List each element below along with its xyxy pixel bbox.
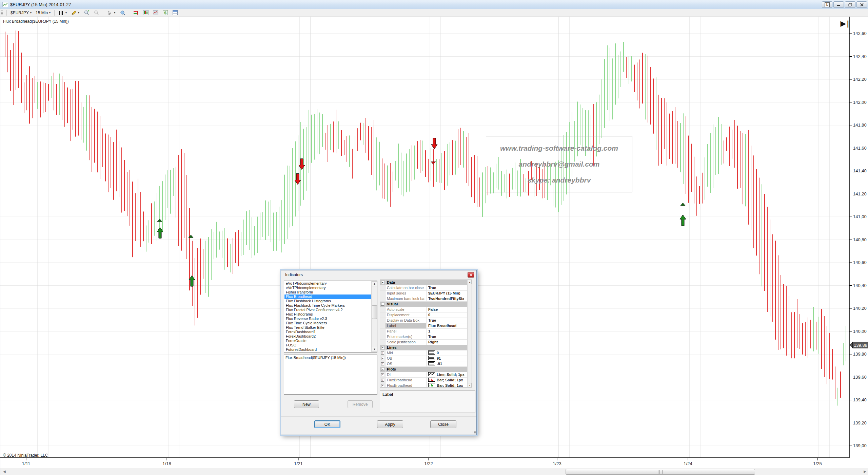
property-value[interactable]: Bar; Solid; 1px	[427, 383, 467, 387]
property-grid[interactable]: −DataCalculate on bar closeTrueInput ser…	[380, 280, 472, 387]
property-value[interactable]: Flux Broadhead	[427, 323, 467, 328]
grid-property-row[interactable]: Panel1	[380, 329, 467, 334]
property-value[interactable]: Line; Solid; 1px	[427, 372, 467, 377]
grid-section-row[interactable]: −Lines	[380, 345, 467, 350]
apply-button[interactable]: Apply	[377, 420, 403, 428]
property-value[interactable]: Bar; Solid; 1px	[427, 378, 467, 383]
mini-chart-button[interactable]	[151, 10, 160, 16]
instrument-selector[interactable]: $EURJPY ▾	[8, 10, 34, 16]
list-scrollbar[interactable]: ▲ ▼	[371, 281, 377, 352]
indicator-list-item[interactable]: ForexOracle	[284, 339, 371, 343]
grid-property-row[interactable]: Display in Data BoxTrue	[380, 318, 467, 323]
close-button[interactable]	[856, 1, 867, 8]
chart-trader-button[interactable]	[131, 10, 141, 16]
indicator-listbox[interactable]: eVoTPhdcomplementaryeVoTPhtcomplementary…	[284, 281, 377, 353]
property-value[interactable]: False	[427, 307, 467, 312]
grid-property-row[interactable]: +OS-91	[380, 361, 467, 367]
grid-property-row[interactable]: +OB91	[380, 356, 467, 361]
property-value[interactable]: Right	[427, 340, 467, 345]
grid-section-row[interactable]: −Plots	[380, 367, 467, 372]
scroll-down-icon[interactable]: ▼	[372, 347, 377, 352]
indicator-list-item[interactable]: Flux Histograms	[284, 312, 371, 317]
scroll-thumb[interactable]	[372, 305, 377, 319]
chart-style-button[interactable]: ▾	[56, 10, 69, 16]
close-button2[interactable]: Close	[430, 420, 456, 428]
scroll-left-icon[interactable]: ◀	[3, 470, 6, 473]
grid-property-row[interactable]: Maximum bars look baTwoHundredFiftySix	[380, 296, 467, 302]
grid-property-row[interactable]: +FluxBroadheadBar; Solid; 1px	[380, 378, 467, 383]
configured-indicators-list[interactable]: Flux Broadhead($EURJPY (15 Min))	[284, 355, 377, 395]
indicator-list-item[interactable]: Flux Reverse Radar v2.3	[284, 317, 371, 321]
account-button[interactable]: $	[160, 10, 170, 16]
grid-property-row[interactable]: LabelFlux Broadhead	[380, 323, 467, 329]
indicator-list-item[interactable]: Flux Flashback Time Cycle Markers	[284, 303, 371, 308]
property-value[interactable]: 91	[427, 356, 467, 361]
drawing-tools-button[interactable]: ▾	[69, 10, 81, 16]
collapse-icon[interactable]: −	[380, 367, 386, 372]
scroll-up-icon[interactable]: ▲	[372, 281, 377, 286]
indicator-list-item[interactable]: FOSC	[284, 343, 371, 347]
title-bar[interactable]: $EURJPY (15 Min) 2014-01-27 L	[0, 0, 868, 9]
grid-section-row[interactable]: −Visual	[380, 302, 467, 307]
interval-selector[interactable]: 15 Min ▾	[34, 10, 53, 16]
toolbar-grip[interactable]	[1, 10, 3, 16]
grid-property-row[interactable]: +FluxBroadheadBar; Solid; 1px	[380, 383, 467, 387]
property-value[interactable]: 0	[427, 350, 467, 356]
grid-property-row[interactable]: Displacement0	[380, 312, 467, 318]
expand-icon[interactable]: +	[380, 383, 386, 387]
expand-icon[interactable]: +	[380, 372, 386, 377]
property-value[interactable]: 1	[427, 329, 467, 334]
market-analyzer-button[interactable]	[170, 10, 180, 16]
new-button[interactable]: New	[294, 400, 319, 408]
property-value[interactable]: 0	[427, 312, 467, 318]
dialog-close-button[interactable]	[468, 272, 474, 278]
grid-property-row[interactable]: Input series$EURJPY (15 Min)	[380, 291, 467, 296]
property-value[interactable]: TwoHundredFiftySix	[427, 296, 467, 301]
resize-grip[interactable]	[472, 431, 476, 434]
configured-indicator-item[interactable]: Flux Broadhead($EURJPY (15 Min))	[285, 356, 376, 360]
indicator-list-item[interactable]: FuturesDashboard	[284, 347, 371, 352]
expand-icon[interactable]: +	[380, 361, 386, 366]
collapse-icon[interactable]: −	[380, 345, 386, 350]
zoom-out-button[interactable]	[91, 10, 101, 16]
grid-property-row[interactable]: Calculate on bar closeTrue	[380, 285, 467, 291]
indicator-list-item[interactable]: FisherTransform	[284, 290, 371, 294]
property-value[interactable]: True	[427, 285, 467, 290]
bars-panel-button[interactable]	[141, 10, 151, 16]
indicator-list-item[interactable]: ForexDashboard1	[284, 330, 371, 334]
expand-icon[interactable]: +	[380, 378, 386, 383]
grid-property-row[interactable]: +Mid0	[380, 350, 467, 356]
indicator-list-item[interactable]: Flux Flashback Histograms	[284, 299, 371, 303]
ok-button[interactable]: OK	[314, 420, 340, 428]
property-value[interactable]: -91	[427, 361, 467, 366]
data-box-button[interactable]	[117, 10, 127, 16]
restore-button[interactable]	[845, 1, 855, 8]
hscroll-thumb[interactable]	[566, 469, 755, 475]
property-value[interactable]: $EURJPY (15 Min)	[427, 291, 467, 296]
indicator-list-item[interactable]: Flux Trend Stalker Elite	[284, 325, 371, 330]
minimize-button[interactable]	[833, 1, 844, 8]
indicator-list-item[interactable]: ForexDashboard2	[284, 334, 371, 339]
property-value[interactable]: True	[427, 318, 467, 323]
grid-property-row[interactable]: +DILine; Solid; 1px	[380, 372, 467, 378]
collapse-icon[interactable]: −	[380, 280, 386, 285]
indicator-list-item[interactable]: Flux Time Cycle Markers	[284, 321, 371, 325]
cursor-button[interactable]: ▾	[105, 10, 117, 16]
grid-section-row[interactable]: −Data	[380, 280, 467, 285]
grid-property-row[interactable]: Price marker(s)True	[380, 334, 467, 340]
chart-hscrollbar[interactable]: ◀ ▶	[0, 468, 868, 475]
scroll-right-icon[interactable]: ▶	[864, 470, 866, 473]
indicator-list-item[interactable]: eVoTPhtcomplementary	[284, 286, 371, 290]
indicators-dialog[interactable]: Indicators eVoTPhdcomplementaryeVoTPhtco…	[281, 270, 477, 435]
indicator-list-item[interactable]: eVoTPhdcomplementary	[284, 281, 371, 286]
scroll-up-icon[interactable]: ▲	[468, 280, 472, 284]
dialog-title-bar[interactable]: Indicators	[281, 270, 476, 279]
scroll-down-icon[interactable]: ▼	[468, 383, 472, 387]
grid-property-row[interactable]: Auto scaleFalse	[380, 307, 467, 312]
indicator-list-item[interactable]: Flux Broadhead	[284, 294, 371, 299]
zoom-in-button[interactable]	[81, 10, 91, 16]
go-to-last-bar-icon[interactable]: ▶❘	[841, 19, 850, 27]
expand-icon[interactable]: +	[380, 350, 386, 356]
property-value[interactable]: True	[427, 334, 467, 339]
remove-button[interactable]: Remove	[348, 400, 373, 408]
